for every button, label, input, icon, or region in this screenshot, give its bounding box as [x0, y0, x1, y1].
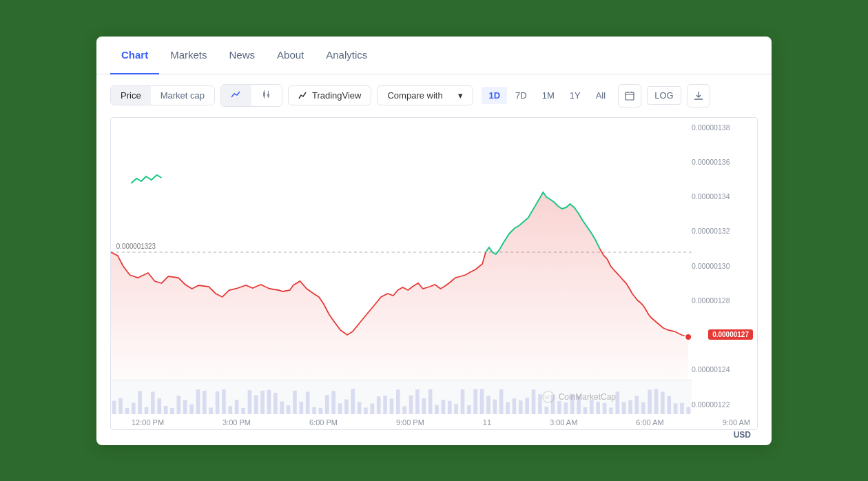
svg-rect-36	[254, 395, 258, 413]
time-7d[interactable]: 7D	[508, 87, 534, 104]
market-cap-button[interactable]: Market cap	[151, 86, 214, 105]
line-icon	[231, 89, 242, 100]
y-label-138: 0.00000138	[692, 123, 753, 132]
candle-chart-button[interactable]	[251, 85, 282, 106]
svg-rect-74	[499, 389, 504, 414]
svg-rect-63	[428, 389, 433, 413]
y-label-128: 0.00000128	[692, 296, 753, 305]
time-range-group: 1D 7D 1M 1Y All	[482, 87, 612, 104]
x-label-600pm: 6:00 PM	[309, 418, 338, 427]
chevron-down-icon: ▾	[458, 90, 463, 101]
svg-rect-0	[263, 92, 265, 96]
svg-rect-59	[402, 406, 406, 414]
svg-rect-29	[209, 407, 213, 414]
x-label-300am: 3:00 AM	[550, 418, 577, 427]
svg-rect-69	[467, 405, 471, 414]
svg-text:0.000001323: 0.000001323	[116, 242, 156, 249]
svg-rect-95	[635, 396, 639, 414]
svg-text:M: M	[544, 394, 548, 400]
main-card: Chart Markets News About Analytics Price…	[96, 37, 772, 445]
y-label-124: 0.00000124	[692, 365, 753, 373]
chart-container: 0.000001323	[96, 117, 772, 445]
svg-rect-84	[564, 402, 568, 414]
svg-rect-39	[273, 392, 278, 413]
svg-rect-73	[493, 399, 497, 413]
svg-rect-33	[235, 400, 239, 414]
svg-rect-56	[383, 396, 387, 414]
volume-area: // Volume bars generated via JS below M …	[111, 380, 692, 414]
svg-rect-96	[641, 402, 645, 413]
candle-icon	[261, 89, 272, 100]
line-chart-button[interactable]	[221, 85, 251, 106]
compare-button[interactable]: Compare with ▾	[377, 85, 473, 105]
calendar-button[interactable]	[618, 84, 641, 108]
svg-rect-90	[603, 402, 607, 413]
svg-rect-89	[596, 401, 600, 413]
log-button[interactable]: LOG	[647, 86, 681, 105]
price-chart-svg: 0.000001323	[111, 118, 692, 380]
download-icon	[694, 91, 703, 101]
tradingview-label: TradingView	[312, 90, 362, 101]
x-axis-labels: 12:00 PM 3:00 PM 6:00 PM 9:00 PM 11 3:00…	[111, 414, 757, 429]
price-button[interactable]: Price	[111, 86, 151, 105]
svg-rect-81	[544, 407, 548, 414]
svg-rect-99	[661, 391, 665, 413]
time-1y[interactable]: 1Y	[563, 87, 588, 104]
download-button[interactable]	[687, 84, 710, 108]
svg-rect-91	[609, 407, 613, 414]
tab-chart[interactable]: Chart	[110, 37, 159, 74]
svg-rect-35	[248, 390, 252, 414]
svg-rect-41	[287, 405, 291, 414]
tab-analytics[interactable]: Analytics	[315, 37, 378, 74]
time-all[interactable]: All	[589, 87, 612, 104]
chart-wrapper: 0.000001323	[111, 118, 757, 414]
svg-rect-27	[196, 389, 200, 414]
tab-news[interactable]: News	[218, 37, 267, 74]
svg-rect-34	[241, 407, 245, 413]
svg-rect-45	[312, 407, 316, 413]
svg-rect-71	[480, 389, 484, 413]
y-label-126: 0.00000126 0.00000127	[692, 331, 753, 339]
x-label-1200pm: 12:00 PM	[132, 418, 164, 427]
svg-rect-62	[422, 398, 426, 414]
price-marketcap-toggle: Price Market cap	[110, 85, 215, 105]
svg-rect-23	[170, 407, 174, 413]
svg-rect-64	[435, 405, 439, 413]
svg-rect-6	[626, 92, 634, 100]
compare-label: Compare with	[387, 90, 442, 101]
svg-rect-57	[390, 398, 394, 413]
svg-rect-75	[506, 402, 510, 414]
svg-rect-28	[203, 390, 207, 413]
time-1d[interactable]: 1D	[482, 87, 507, 104]
svg-rect-70	[473, 389, 477, 413]
svg-rect-94	[628, 400, 632, 413]
svg-rect-65	[442, 400, 446, 414]
tab-markets[interactable]: Markets	[159, 37, 218, 74]
tab-about[interactable]: About	[266, 37, 315, 74]
tradingview-button[interactable]: TradingView	[288, 85, 372, 105]
svg-rect-48	[331, 391, 335, 414]
svg-rect-98	[654, 389, 659, 413]
svg-rect-25	[183, 400, 187, 414]
svg-rect-61	[415, 389, 420, 414]
tradingview-icon	[298, 91, 308, 101]
svg-rect-18	[138, 391, 142, 414]
cmc-logo-icon: M	[542, 391, 555, 403]
svg-rect-72	[486, 396, 490, 413]
x-label-900pm: 9:00 PM	[396, 418, 424, 427]
svg-rect-3	[267, 94, 269, 96]
current-price-dot	[685, 334, 692, 340]
svg-rect-100	[667, 396, 671, 413]
currency-label: USD	[110, 430, 758, 445]
time-1m[interactable]: 1M	[535, 87, 561, 104]
svg-rect-26	[189, 404, 194, 413]
svg-rect-15	[118, 398, 123, 413]
svg-rect-77	[519, 400, 523, 414]
x-label-900am: 9:00 AM	[723, 418, 750, 427]
svg-rect-38	[267, 389, 271, 413]
svg-rect-66	[448, 400, 452, 413]
svg-rect-60	[409, 395, 413, 413]
chart-inner: 0.000001323	[110, 117, 758, 430]
svg-rect-40	[280, 401, 284, 413]
svg-rect-55	[377, 396, 381, 414]
